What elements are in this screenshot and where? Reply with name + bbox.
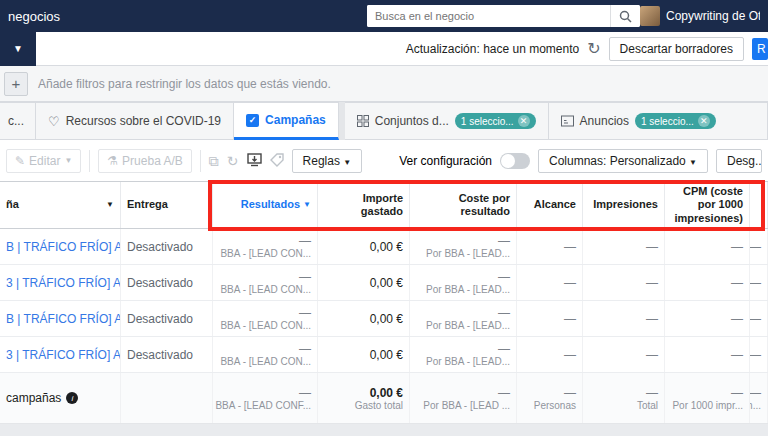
sort-caret-icon: ▼ (106, 200, 114, 210)
search-input[interactable] (367, 5, 610, 27)
duplicate-icon[interactable]: ⧉ (209, 154, 219, 168)
results-value: — (299, 342, 311, 356)
campaign-name-link[interactable]: B | TRÁFICO FRÍO] AuC... (6, 312, 114, 326)
rules-button[interactable]: Reglas ▼ (292, 149, 363, 173)
cpr-value: — (498, 234, 510, 248)
totals-extra-sub: Por m... (750, 400, 761, 411)
divider (200, 150, 201, 172)
cpr-value: — (498, 342, 510, 356)
table-row: B | TRÁFICO FRÍO] AuC... Desactivado —BB… (0, 229, 768, 265)
impressions-value: — (646, 240, 658, 254)
cpr-sub: Por BBA - [LEAD... (426, 356, 510, 367)
tab-covid-resources[interactable]: ♡ Recursos sobre el COVID-19 (36, 102, 234, 140)
columns-button[interactable]: Columnas: Personalizado ▼ (538, 149, 708, 173)
column-header-campaign[interactable]: ña ▼ (0, 182, 121, 228)
impressions-value: — (646, 276, 658, 290)
column-header-results[interactable]: Resultados ▼ (213, 182, 318, 228)
column-header-delivery[interactable]: Entrega (121, 182, 213, 228)
ab-test-button[interactable]: ⚗ Prueba A/B (98, 149, 191, 173)
column-header-amount-spent[interactable]: Importe gastado (318, 182, 410, 228)
column-header-cost-per-result[interactable]: Coste por resultado (410, 182, 517, 228)
extra-value: — (750, 312, 761, 326)
export-icon[interactable] (247, 153, 262, 169)
divider (89, 150, 90, 172)
flask-icon: ⚗ (107, 154, 118, 168)
totals-spent: 0,00 € (370, 386, 403, 400)
reach-value: — (564, 348, 576, 362)
cpr-value: — (498, 270, 510, 284)
avatar (640, 6, 660, 26)
account-dropdown[interactable]: ▼ (0, 32, 36, 66)
ad-icon (561, 115, 574, 127)
cpr-sub: Por BBA - [LEAD... (426, 320, 510, 331)
extra-value: — (750, 276, 761, 290)
table-header-row: ña ▼ Entrega Resultados ▼ Importe gastad… (0, 182, 768, 229)
publish-button[interactable]: R (752, 38, 768, 60)
spent-value: 0,00 € (370, 312, 403, 326)
campaign-name-link[interactable]: 3 | TRÁFICO FRÍO] AuC... (6, 348, 114, 362)
breakdown-button[interactable]: Desg... (716, 149, 762, 173)
tab-campaigns[interactable]: ✓ Campañas (234, 102, 339, 140)
ads-manager-screen: negocios Copywriting de Otr... ▼ Actuali… (0, 0, 768, 436)
tab-partial[interactable]: c... (0, 102, 36, 140)
cpm-value: — (731, 348, 743, 362)
edit-button[interactable]: ✎ Editar ▼ (6, 149, 81, 173)
results-sub: BBA - [LEAD CON... (220, 284, 311, 295)
column-header-clipped[interactable] (750, 182, 768, 228)
clear-selection-icon[interactable]: ✕ (518, 115, 530, 127)
cpm-value: — (731, 240, 743, 254)
results-sub: BBA - [LEAD CON... (220, 248, 311, 259)
totals-cpm: — (731, 386, 743, 400)
filter-hint: Añade filtros para restringir los datos … (38, 77, 331, 91)
cpr-sub: Por BBA - [LEAD... (426, 248, 510, 259)
column-header-reach[interactable]: Alcance (517, 182, 583, 228)
view-settings-toggle[interactable] (500, 153, 530, 169)
search-button[interactable] (610, 5, 640, 27)
tab-adsets[interactable]: Conjuntos d... 1 seleccio... ✕ (345, 102, 549, 140)
account-name: Copywriting de Otr... (666, 9, 760, 23)
delivery-status: Desactivado (127, 312, 206, 326)
clear-selection-icon[interactable]: ✕ (698, 115, 710, 127)
sort-caret-icon: ▼ (303, 200, 311, 210)
tab-ads[interactable]: Anuncios 1 seleccio... ✕ (549, 102, 768, 140)
business-search (367, 5, 640, 27)
refresh-icon[interactable]: ↻ (587, 41, 600, 57)
chevron-down-icon: ▼ (343, 158, 351, 167)
chevron-down-icon: ▼ (689, 158, 697, 167)
extra-value: — (750, 240, 761, 254)
action-bar: ▼ Actualización: hace un momento ↻ Desca… (0, 32, 768, 66)
tag-icon[interactable] (270, 153, 284, 169)
info-icon[interactable]: i (66, 392, 78, 404)
search-icon (619, 10, 632, 23)
table-row: B | TRÁFICO FRÍO] AuC... Desactivado —BB… (0, 301, 768, 337)
account-menu[interactable]: Copywriting de Otr... (640, 6, 760, 26)
reach-value: — (564, 240, 576, 254)
campaign-name-link[interactable]: 3 | TRÁFICO FRÍO] AuC... (6, 276, 114, 290)
totals-reach-sub: Personas (534, 400, 576, 411)
grid-icon (357, 115, 369, 127)
totals-spent-sub: Gasto total (355, 400, 403, 411)
totals-cpm-sub: Por 1000 impr... (672, 400, 743, 411)
delivery-status: Desactivado (127, 276, 206, 290)
spent-value: 0,00 € (370, 240, 403, 254)
updated-text: Actualización: hace un momento (406, 42, 579, 56)
adsets-selected-badge: 1 seleccio... ✕ (455, 113, 536, 129)
reach-value: — (564, 312, 576, 326)
level-tabs: c... ♡ Recursos sobre el COVID-19 ✓ Camp… (0, 102, 768, 140)
reach-value: — (564, 276, 576, 290)
totals-extra: — (750, 386, 761, 400)
results-value: — (299, 270, 311, 284)
add-filter-button[interactable]: + (4, 72, 28, 96)
totals-results-sub: BBA - [LEAD CONF... (215, 400, 311, 411)
brand-label: negocios (8, 9, 60, 24)
campaign-name-link[interactable]: B | TRÁFICO FRÍO] AuC... (6, 240, 114, 254)
totals-impressions-sub: Total (637, 400, 658, 411)
results-value: — (299, 306, 311, 320)
results-sub: BBA - [LEAD CON... (220, 356, 311, 367)
revert-icon[interactable]: ↻ (227, 154, 239, 168)
spent-value: 0,00 € (370, 276, 403, 290)
totals-cpr: — (498, 386, 510, 400)
discard-drafts-button[interactable]: Descartar borradores (609, 37, 744, 61)
column-header-cpm[interactable]: CPM (coste por 1000 impresiones) (665, 182, 750, 228)
column-header-impressions[interactable]: Impresiones (583, 182, 665, 228)
